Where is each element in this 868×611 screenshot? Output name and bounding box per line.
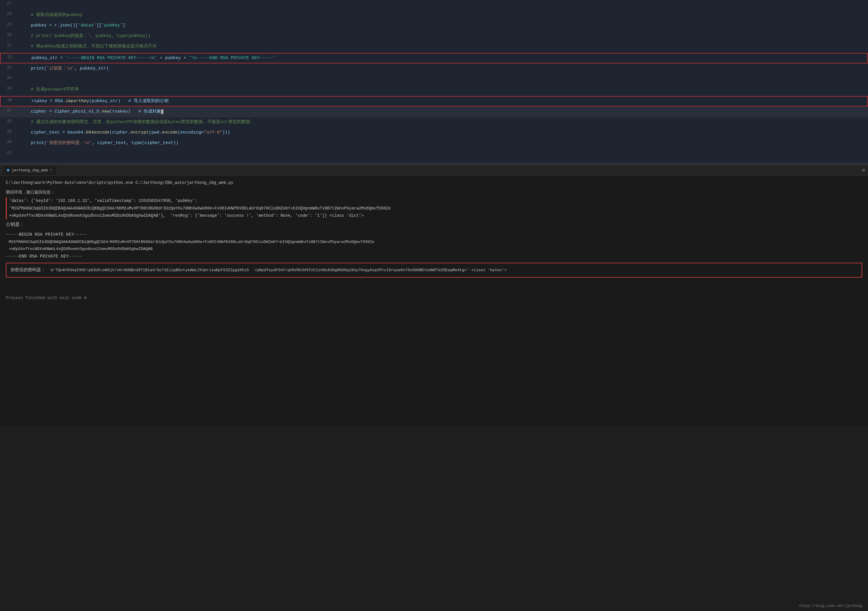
terminal-gear-icon[interactable]: ⚙ — [862, 167, 865, 173]
line-num-27: 27 — [0, 1, 17, 6]
code-content-35: # 生成password字符串 — [17, 85, 868, 94]
line-num-29: 29 — [0, 22, 17, 27]
code-line-36: 36 rsakey = RSA.importKey(pubkey_str) # … — [0, 96, 868, 107]
code-content-39: cipher_text = base64.b64encode(cipher.en… — [17, 128, 868, 137]
terminal-key-body-2: +nKpS4vfYxcNDXxKNWdL4sQSXRoeeh3godhsn13o… — [6, 246, 862, 252]
code-line-27: 27 — [0, 0, 868, 11]
line-num-34: 34 — [0, 75, 17, 80]
code-content-28: # 获取后端返回的pubkey — [17, 11, 868, 19]
terminal-key-section: -----BEGIN RSA PRIVATE KEY----- MIGfMA0G… — [6, 231, 862, 261]
terminal-cipher-value-1: b'TQnAY6S4yC95F/p83UFceKDjV/vH/8HGBcU9T1… — [48, 268, 249, 272]
code-line-39: 39 cipher_text = base64.b64encode(cipher… — [0, 128, 868, 139]
code-content-33: print('公钥是：\n', pubkey_str) — [17, 65, 868, 73]
code-content-29: pubkey = r.json()['datas']['pubKey'] — [17, 22, 868, 30]
terminal-begin-key: -----BEGIN RSA PRIVATE KEY----- — [6, 231, 862, 238]
line-num-41: 41 — [0, 150, 17, 155]
line-num-28: 28 — [0, 11, 17, 16]
terminal-datas-section: 'datas': {'keyId': '192.168.1.32', 'vali… — [6, 197, 862, 220]
terminal-cipher-label: 加密后的密码是： — [11, 268, 45, 272]
code-line-30: 30 # print('pubkey的值是：', pubkey, type(pu… — [0, 31, 868, 42]
code-content-32: pubkey_str = '-----BEGIN RSA PRIVATE KEY… — [18, 54, 867, 62]
code-content-40: print('加密后的密码是：\n', cipher_text, type(ci… — [17, 139, 868, 147]
terminal-tab-label: jarthong_zbg_web — [12, 168, 48, 173]
code-line-32: 32 pubkey_str = '-----BEGIN RSA PRIVATE … — [0, 53, 868, 63]
code-content-37: cipher = Cipher_pkcs1_v1_5.new(rsakey) #… — [17, 108, 868, 116]
code-line-29: 29 pubkey = r.json()['datas']['pubKey'] — [0, 21, 868, 31]
code-content-31: # 将pubkey组成公钥的格式，不按以下规则拼接会提示格式不对 — [17, 42, 868, 51]
code-line-38: 38 # 通过生成的对象加密码明文，注意，在python3中加密的数据必须是by… — [0, 118, 868, 128]
code-line-31: 31 # 将pubkey组成公钥的格式，不按以下规则拼接会提示格式不对 — [0, 42, 868, 53]
terminal-key-body: MIGfMA0GCSqGSIb3DQEBAQUAA4GNADCBiQKBgQCS… — [6, 238, 862, 246]
code-line-41: 41 — [0, 149, 868, 159]
line-num-37: 37 — [0, 108, 17, 113]
terminal-output-label: 测试环境，接口返回信息： — [6, 189, 862, 196]
line-num-39: 39 — [0, 128, 17, 134]
code-line-33: 33 print('公钥是：\n', pubkey_str) — [0, 64, 868, 74]
line-num-30: 30 — [0, 32, 17, 37]
code-content-30: # print('pubkey的值是：', pubkey, type(pubke… — [17, 32, 868, 40]
line-num-33: 33 — [0, 65, 17, 70]
line-num-31: 31 — [0, 42, 17, 48]
code-line-37: 37 cipher = Cipher_pkcs1_v1_5.new(rsakey… — [0, 107, 868, 118]
terminal-tab-bar: jarthong_zbg_web × ⚙ — [0, 165, 868, 176]
code-content-38: # 通过生成的对象加密码明文，注意，在python3中加密的数据必须是bytes… — [17, 118, 868, 126]
line-num-36: 36 — [1, 97, 18, 102]
code-line-40: 40 print('加密后的密码是：\n', cipher_text, type… — [0, 139, 868, 149]
code-content-27 — [17, 1, 868, 2]
code-line-35: 35 # 生成password字符串 — [0, 85, 868, 96]
line-num-32: 32 — [1, 54, 18, 59]
terminal-area: jarthong_zbg_web × ⚙ C:\Jarthong\work\Py… — [0, 165, 868, 427]
terminal-pubkey-full-2: +nKpS4vfYxcNDXxKNWdL4sQSXRoeeh3godhsn13o… — [9, 212, 862, 220]
line-num-40: 40 — [0, 139, 17, 144]
code-editor: 27 28 # 获取后端返回的pubkey 29 pubkey = r.json… — [0, 0, 868, 163]
terminal-tab[interactable]: jarthong_zbg_web × — [3, 165, 56, 175]
terminal-cipher-box: 加密后的密码是： b'TQnAY6S4yC95F/p83UFceKDjV/vH/… — [6, 263, 862, 278]
line-num-38: 38 — [0, 118, 17, 123]
code-line-28: 28 # 获取后端返回的pubkey — [0, 11, 868, 21]
terminal-process-finished: Process finished with exit code 0 — [6, 294, 862, 302]
url-footer: https://blog.csdn.net/jarthong — [799, 604, 862, 608]
terminal-cipher-value-2: /pNpdTeydFSnFrqVKV0h3VSfzC1iVHzA39g8K89q… — [251, 268, 507, 272]
code-line-34: 34 — [0, 74, 868, 85]
terminal-tab-indicator — [7, 169, 9, 172]
terminal-command: C:\Jarthong\work\Python-Auto\venv\Script… — [6, 179, 862, 187]
code-content-36: rsakey = RSA.importKey(pubkey_str) # 导入读… — [18, 97, 867, 105]
terminal-tab-close[interactable]: × — [50, 168, 53, 172]
terminal-end-key: -----END RSA PRIVATE KEY----- — [6, 252, 862, 260]
terminal-spacer — [6, 280, 862, 289]
line-num-35: 35 — [0, 85, 17, 91]
code-content-34 — [17, 75, 868, 76]
code-content-41 — [17, 150, 868, 151]
terminal-pubkey-label: 公钥是： — [6, 222, 25, 227]
terminal-content: C:\Jarthong\work\Python-Auto\venv\Script… — [0, 176, 868, 305]
terminal-pubkey-full: 'MIGfMA0GCSqGSIb3DQEBAQUAA4GNADCBiQKBgQC… — [9, 205, 862, 212]
terminal-datas-line: 'datas': {'keyId': '192.168.1.32', 'vali… — [9, 197, 862, 204]
